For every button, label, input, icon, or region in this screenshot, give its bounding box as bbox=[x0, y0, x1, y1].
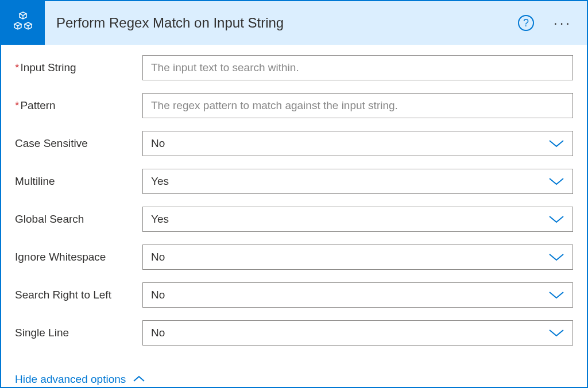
label-pattern: *Pattern bbox=[15, 99, 142, 112]
row-case-sensitive: Case Sensitive No bbox=[15, 131, 573, 156]
row-input-string: *Input String bbox=[15, 55, 573, 80]
label-input-string: *Input String bbox=[15, 61, 142, 74]
single-line-select[interactable]: No bbox=[142, 320, 573, 346]
chevron-down-icon bbox=[548, 177, 564, 186]
required-marker: * bbox=[15, 99, 19, 111]
label-global-search: Global Search bbox=[15, 213, 142, 226]
chevron-down-icon bbox=[548, 253, 564, 262]
right-to-left-select[interactable]: No bbox=[142, 282, 573, 308]
help-icon[interactable]: ? bbox=[518, 15, 534, 31]
chevron-down-icon bbox=[548, 215, 564, 224]
advanced-toggle-label: Hide advanced options bbox=[15, 373, 126, 386]
label-single-line: Single Line bbox=[15, 327, 142, 339]
header-actions: ? ··· bbox=[518, 15, 575, 31]
required-marker: * bbox=[15, 61, 19, 73]
pattern-field[interactable] bbox=[142, 93, 573, 118]
ignore-whitespace-value: No bbox=[151, 251, 165, 263]
input-string-field[interactable] bbox=[142, 55, 573, 80]
card-header: Perform Regex Match on Input String ? ··… bbox=[1, 1, 587, 45]
row-right-to-left: Search Right to Left No bbox=[15, 282, 573, 308]
chevron-down-icon bbox=[548, 290, 564, 300]
card-title: Perform Regex Match on Input String bbox=[45, 15, 518, 31]
ignore-whitespace-select[interactable]: No bbox=[142, 245, 573, 270]
case-sensitive-select[interactable]: No bbox=[142, 131, 573, 156]
right-to-left-value: No bbox=[151, 289, 165, 301]
row-single-line: Single Line No bbox=[15, 320, 573, 346]
chevron-down-icon bbox=[548, 139, 564, 148]
advanced-options-section: Hide advanced options bbox=[1, 373, 587, 388]
row-pattern: *Pattern bbox=[15, 93, 573, 118]
row-ignore-whitespace: Ignore Whitespace No bbox=[15, 245, 573, 270]
action-card: Perform Regex Match on Input String ? ··… bbox=[0, 0, 588, 388]
multiline-select[interactable]: Yes bbox=[142, 169, 573, 194]
label-right-to-left: Search Right to Left bbox=[15, 289, 142, 301]
case-sensitive-value: No bbox=[151, 137, 165, 150]
label-case-sensitive: Case Sensitive bbox=[15, 137, 142, 150]
hide-advanced-options-link[interactable]: Hide advanced options bbox=[15, 373, 145, 386]
multiline-value: Yes bbox=[151, 175, 169, 188]
cubes-icon bbox=[10, 9, 36, 37]
global-search-select[interactable]: Yes bbox=[142, 207, 573, 232]
chevron-up-icon bbox=[133, 373, 145, 386]
form-body: *Input String *Pattern Case Sensitive No bbox=[1, 45, 587, 358]
more-menu-button[interactable]: ··· bbox=[550, 16, 575, 30]
label-multiline: Multiline bbox=[15, 175, 142, 188]
connector-icon-box bbox=[1, 1, 45, 45]
label-ignore-whitespace: Ignore Whitespace bbox=[15, 251, 142, 263]
chevron-down-icon bbox=[548, 328, 564, 337]
global-search-value: Yes bbox=[151, 213, 169, 226]
row-global-search: Global Search Yes bbox=[15, 207, 573, 232]
single-line-value: No bbox=[151, 327, 165, 339]
row-multiline: Multiline Yes bbox=[15, 169, 573, 194]
